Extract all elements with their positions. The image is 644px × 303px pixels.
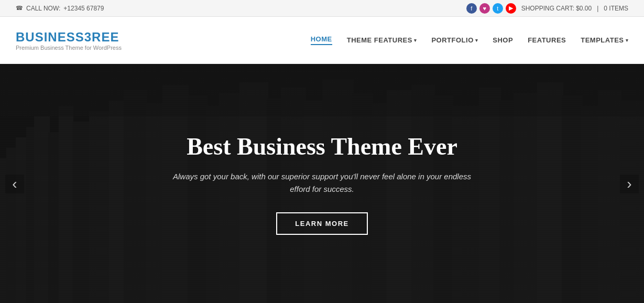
hero-prev-button[interactable]: ‹: [5, 175, 24, 193]
logo-tagline: Premium Business Theme for WordPress: [16, 45, 122, 51]
youtube-icon[interactable]: ▶: [506, 3, 516, 14]
twitter-icon[interactable]: t: [493, 3, 503, 14]
nav-portfolio-caret: ▾: [475, 38, 478, 43]
nav-features[interactable]: FEATURES: [528, 36, 566, 44]
hero-subtitle: Always got your back, with our superior …: [170, 170, 474, 196]
svg-rect-37: [0, 64, 644, 116]
nav-templates-label: TEMPLATES: [581, 36, 624, 44]
hero-next-button[interactable]: ›: [620, 175, 639, 193]
phone-label: CALL NOW:: [26, 5, 60, 12]
nav-templates[interactable]: TEMPLATES ▾: [581, 36, 628, 44]
nav-shop[interactable]: SHOP: [493, 36, 513, 44]
main-nav: HOME THEME FEATURES ▾ PORTFOLIO ▾ SHOP F…: [311, 35, 628, 45]
top-bar: ☎ CALL NOW: +12345 67879 f ♥ t ▶ SHOPPIN…: [0, 0, 644, 17]
phone-number: +12345 67879: [63, 5, 104, 12]
nav-theme-features-label: THEME FEATURES: [347, 36, 412, 44]
hero-content: Best Business Theme Ever Always got your…: [160, 133, 485, 235]
nav-portfolio[interactable]: PORTFOLIO ▾: [431, 36, 478, 44]
cart-text[interactable]: SHOPPING CART: $0.00: [521, 5, 592, 12]
nav-templates-caret: ▾: [626, 38, 629, 43]
nav-portfolio-label: PORTFOLIO: [431, 36, 473, 44]
hero-section: Best Business Theme Ever Always got your…: [0, 64, 644, 303]
header: BUSINESS3REE Premium Business Theme for …: [0, 17, 644, 64]
cart-items[interactable]: 0 ITEMS: [604, 5, 628, 12]
cart-separator: |: [597, 5, 598, 12]
nav-theme-features-caret: ▾: [414, 38, 417, 43]
nav-theme-features[interactable]: THEME FEATURES ▾: [347, 36, 417, 44]
social-icons: f ♥ t ▶: [466, 3, 516, 14]
logo-area[interactable]: BUSINESS3REE Premium Business Theme for …: [16, 30, 122, 51]
nav-home[interactable]: HOME: [311, 35, 332, 45]
facebook-icon[interactable]: f: [466, 3, 477, 14]
hero-learn-more-button[interactable]: LEARN MORE: [276, 212, 367, 235]
logo-name: BUSINESS3REE: [16, 30, 122, 45]
hero-title: Best Business Theme Ever: [170, 133, 474, 161]
instagram-icon[interactable]: ♥: [479, 3, 490, 14]
top-bar-right: f ♥ t ▶ SHOPPING CART: $0.00 | 0 ITEMS: [466, 3, 628, 14]
phone-area: ☎ CALL NOW: +12345 67879: [16, 5, 104, 12]
phone-icon: ☎: [16, 5, 23, 12]
